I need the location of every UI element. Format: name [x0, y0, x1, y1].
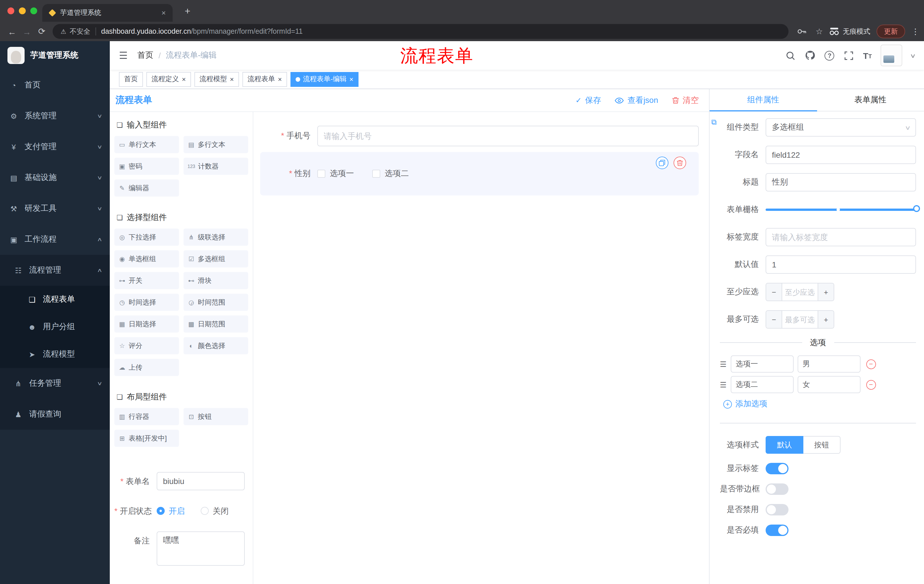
- max-select-input[interactable]: [782, 311, 818, 328]
- chip-color-picker[interactable]: ◐颜色选择: [183, 337, 248, 354]
- tag-process-form[interactable]: 流程表单 ×: [243, 72, 287, 87]
- new-tab-button[interactable]: +: [181, 5, 195, 18]
- tag-home[interactable]: 首页: [119, 72, 143, 87]
- style-button-button[interactable]: 按钮: [804, 436, 840, 454]
- remark-textarea[interactable]: 嘿嘿: [157, 531, 245, 566]
- github-icon[interactable]: [805, 50, 816, 61]
- minimize-window-button[interactable]: [19, 7, 26, 14]
- label-width-input[interactable]: [766, 228, 916, 246]
- remove-option-icon[interactable]: −: [866, 380, 876, 390]
- component-type-select[interactable]: 多选框组 ∨: [766, 118, 916, 137]
- chip-cascader[interactable]: ⋔级联选择: [183, 229, 248, 246]
- gender-option1-checkbox[interactable]: 选项一: [317, 169, 354, 179]
- search-icon[interactable]: [785, 50, 796, 61]
- sidebar-item-system[interactable]: ⚙ 系统管理 ∨: [0, 100, 110, 132]
- hamburger-icon[interactable]: ☰: [119, 49, 128, 61]
- increase-button[interactable]: +: [818, 311, 834, 328]
- add-option-button[interactable]: + 添加选项: [723, 399, 916, 409]
- show-label-toggle[interactable]: [766, 463, 789, 474]
- tab-close-icon[interactable]: ×: [162, 8, 166, 17]
- chip-single-line-text[interactable]: ▭单行文本: [114, 136, 179, 153]
- chip-table[interactable]: ⊞表格[开发中]: [114, 430, 179, 447]
- chip-date-picker[interactable]: ▦日期选择: [114, 316, 179, 332]
- tab-form-props[interactable]: 表单属性: [817, 89, 924, 111]
- sidebar-item-task-management[interactable]: ⋔ 任务管理 ∨: [0, 368, 110, 399]
- browser-tab[interactable]: 芋道管理系统 ×: [42, 4, 173, 22]
- phone-input[interactable]: [317, 126, 699, 146]
- tag-process-form-edit[interactable]: 流程表单-编辑 ×: [290, 72, 358, 87]
- chip-radio-group[interactable]: ◉单选框组: [114, 250, 179, 267]
- tag-process-model[interactable]: 流程模型 ×: [195, 72, 239, 87]
- chip-password[interactable]: ▣密码: [114, 158, 179, 175]
- sidebar-item-process-form[interactable]: ❏ 流程表单: [0, 286, 110, 313]
- decrease-button[interactable]: −: [766, 311, 782, 328]
- chip-rate[interactable]: ☆评分: [114, 337, 179, 354]
- close-window-button[interactable]: [7, 7, 14, 14]
- chip-select[interactable]: ◎下拉选择: [114, 229, 179, 246]
- forward-icon[interactable]: →: [20, 24, 34, 39]
- chip-editor[interactable]: ✎编辑器: [114, 179, 179, 197]
- min-select-input[interactable]: [782, 283, 818, 301]
- style-default-button[interactable]: 默认: [766, 436, 804, 454]
- option1-name-input[interactable]: [731, 355, 794, 373]
- chip-switch[interactable]: ⊶开关: [114, 272, 179, 289]
- password-key-icon[interactable]: [794, 24, 809, 39]
- chip-multi-line-text[interactable]: ▤多行文本: [183, 136, 248, 153]
- browser-menu-icon[interactable]: ⋮: [911, 27, 919, 36]
- chip-date-range[interactable]: ▩日期范围: [183, 316, 248, 332]
- view-json-button[interactable]: 查看json: [615, 95, 658, 105]
- border-toggle[interactable]: [766, 484, 789, 495]
- avatar-caret-icon[interactable]: ∨: [910, 52, 916, 59]
- sidebar-item-home[interactable]: ◔ 首页: [0, 70, 110, 100]
- chip-time-picker[interactable]: ◷时间选择: [114, 294, 179, 311]
- link-icon[interactable]: ⧉: [711, 118, 717, 127]
- sidebar-item-workflow[interactable]: ▣ 工作流程 ∧: [0, 224, 110, 255]
- selected-form-item-gender[interactable]: *性别 选项一 选项二: [260, 152, 699, 196]
- tag-process-definition[interactable]: 流程定义 ×: [146, 72, 191, 87]
- sidebar-item-process-management[interactable]: ☷ 流程管理 ∧: [0, 255, 110, 286]
- drag-handle-icon[interactable]: ☰: [720, 380, 726, 389]
- chip-row-container[interactable]: ▥行容器: [114, 408, 179, 425]
- chip-counter[interactable]: 123计数器: [183, 158, 248, 175]
- sidebar-item-payment[interactable]: ¥ 支付管理 ∨: [0, 132, 110, 162]
- copy-item-button[interactable]: [656, 156, 668, 169]
- form-name-input[interactable]: [157, 472, 245, 490]
- decrease-button[interactable]: −: [766, 283, 782, 301]
- address-bar[interactable]: ⚠ 不安全 dashboard.yudao.iocoder.cn /bpm/ma…: [53, 24, 789, 39]
- reload-icon[interactable]: ⟳: [34, 24, 49, 39]
- tag-close-icon[interactable]: ×: [349, 76, 353, 82]
- remove-option-icon[interactable]: −: [866, 359, 876, 369]
- delete-item-button[interactable]: [673, 156, 686, 169]
- sidebar-item-leave-query[interactable]: ♟ 请假查询: [0, 399, 110, 430]
- bookmark-star-icon[interactable]: ☆: [816, 27, 823, 36]
- chip-upload[interactable]: ☁上传: [114, 359, 179, 376]
- disabled-toggle[interactable]: [766, 504, 789, 515]
- update-browser-button[interactable]: 更新: [876, 25, 905, 38]
- sidebar-item-process-model[interactable]: ➤ 流程模型: [0, 341, 110, 368]
- field-name-input[interactable]: [766, 146, 916, 164]
- tab-component-props[interactable]: 组件属性: [710, 89, 817, 111]
- font-size-icon[interactable]: TT: [863, 51, 872, 60]
- default-value-input[interactable]: [766, 255, 916, 274]
- increase-button[interactable]: +: [818, 283, 834, 301]
- chip-time-range[interactable]: ◶时间范围: [183, 294, 248, 311]
- drag-handle-icon[interactable]: ☰: [720, 360, 726, 368]
- fullscreen-icon[interactable]: [843, 50, 855, 61]
- chip-checkbox-group[interactable]: ☑多选框组: [183, 250, 248, 267]
- breadcrumb-home[interactable]: 首页: [137, 50, 153, 61]
- gender-option2-checkbox[interactable]: 选项二: [372, 169, 409, 179]
- sidebar-item-devtools[interactable]: ⚒ 研发工具 ∨: [0, 193, 110, 224]
- tag-close-icon[interactable]: ×: [182, 76, 186, 82]
- required-toggle[interactable]: [766, 525, 789, 536]
- chip-button[interactable]: ⊡按钮: [183, 408, 248, 425]
- form-canvas[interactable]: *手机号: [253, 112, 709, 584]
- zoom-window-button[interactable]: [30, 7, 37, 14]
- clear-button[interactable]: 清空: [672, 95, 699, 105]
- option2-name-input[interactable]: [731, 376, 794, 393]
- title-input[interactable]: [766, 173, 916, 191]
- save-button[interactable]: ✓ 保存: [576, 95, 601, 105]
- tag-close-icon[interactable]: ×: [230, 76, 234, 82]
- option2-value-input[interactable]: [797, 376, 860, 393]
- security-label[interactable]: 不安全: [70, 26, 90, 36]
- status-on-radio[interactable]: 开启: [157, 502, 185, 520]
